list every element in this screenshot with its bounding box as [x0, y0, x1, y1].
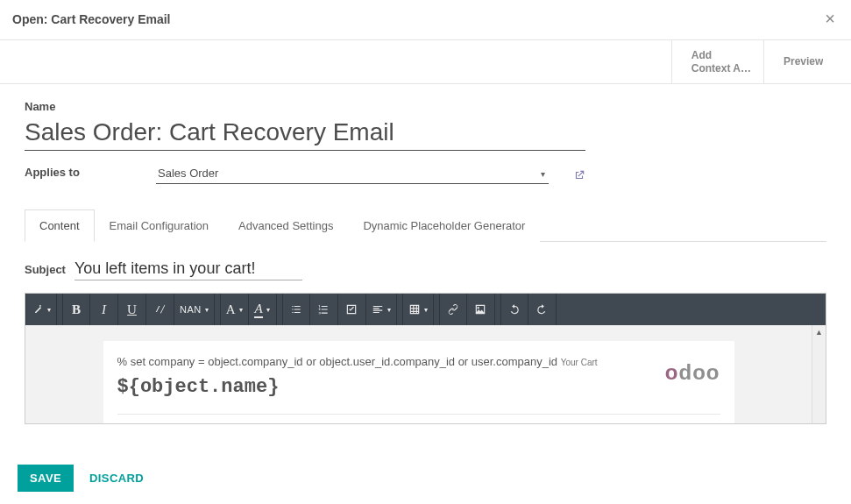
- add-context-label-1: Add: [691, 49, 751, 61]
- editor-toolbar: ▾ B I U NAN ▾ A ▾: [25, 294, 826, 325]
- name-label: Name: [25, 100, 826, 113]
- save-button[interactable]: SAVE: [18, 465, 74, 492]
- tab-advanced-label: Advanced Settings: [238, 219, 333, 232]
- dialog-footer: SAVE DISCARD: [0, 452, 851, 504]
- preview-button[interactable]: Preview: [763, 40, 851, 83]
- tab-email-config-label: Email Configuration: [110, 219, 209, 232]
- your-cart-text: Your Cart: [561, 358, 598, 367]
- table-select[interactable]: ▾: [402, 294, 434, 325]
- applies-to-label: Applies to: [25, 166, 138, 182]
- rich-text-editor: ▾ B I U NAN ▾ A ▾: [25, 293, 826, 424]
- subject-input[interactable]: [74, 258, 302, 280]
- italic-button[interactable]: I: [90, 294, 118, 325]
- dialog-title: Open: Cart Recovery Email: [12, 12, 171, 26]
- align-select[interactable]: ▾: [366, 294, 397, 325]
- ordered-list-button[interactable]: [310, 294, 338, 325]
- remove-format-button[interactable]: [146, 294, 174, 325]
- email-body-canvas[interactable]: odoo % set company = object.company_id o…: [103, 341, 734, 423]
- external-link-icon[interactable]: [573, 169, 585, 184]
- tab-dynamic-label: Dynamic Placeholder Generator: [363, 219, 525, 232]
- font-color-select[interactable]: A ▾: [249, 294, 277, 325]
- checklist-button[interactable]: [338, 294, 366, 325]
- redo-button[interactable]: [528, 294, 557, 325]
- object-name-placeholder: ${object.name}: [117, 376, 720, 398]
- undo-button[interactable]: [500, 294, 528, 325]
- font-size-select[interactable]: NAN ▾: [174, 294, 215, 325]
- underline-button[interactable]: U: [118, 294, 146, 325]
- preview-label: Preview: [784, 55, 823, 67]
- brand-logo: odoo: [665, 360, 720, 385]
- add-context-action-button[interactable]: Add Context A…: [671, 40, 763, 83]
- dialog-header: Open: Cart Recovery Email ×: [0, 0, 851, 40]
- add-context-label-2: Context A…: [691, 62, 751, 75]
- action-bar: Add Context A… Preview: [0, 40, 851, 84]
- font-family-select[interactable]: A ▾: [220, 294, 249, 325]
- editor-scrollbar[interactable]: ▲: [812, 325, 826, 423]
- tab-content[interactable]: Content: [25, 209, 95, 242]
- close-icon[interactable]: ×: [821, 9, 839, 29]
- template-set-line: % set company = object.company_id or obj…: [117, 355, 558, 368]
- divider: [117, 414, 720, 415]
- wand-icon[interactable]: ▾: [25, 294, 57, 325]
- link-button[interactable]: [439, 294, 467, 325]
- discard-button[interactable]: DISCARD: [89, 472, 144, 485]
- tab-dynamic-placeholder[interactable]: Dynamic Placeholder Generator: [348, 209, 540, 242]
- image-button[interactable]: [467, 294, 495, 325]
- form-body: Name Applies to Sales Order ▾ Content Em…: [0, 84, 851, 424]
- tab-email-configuration[interactable]: Email Configuration: [95, 209, 223, 242]
- unordered-list-button[interactable]: [282, 294, 310, 325]
- scroll-up-icon[interactable]: ▲: [812, 325, 826, 339]
- applies-to-select[interactable]: Sales Order ▾: [156, 163, 549, 184]
- tab-content-label: Content: [39, 219, 80, 232]
- applies-to-value: Sales Order: [158, 167, 218, 180]
- editor-content-area[interactable]: odoo % set company = object.company_id o…: [25, 325, 812, 423]
- subject-label: Subject: [25, 263, 66, 276]
- caret-down-icon: ▾: [541, 168, 545, 178]
- tab-advanced-settings[interactable]: Advanced Settings: [223, 209, 348, 242]
- bold-button[interactable]: B: [62, 294, 90, 325]
- name-input[interactable]: [25, 115, 585, 151]
- tab-bar: Content Email Configuration Advanced Set…: [25, 209, 826, 242]
